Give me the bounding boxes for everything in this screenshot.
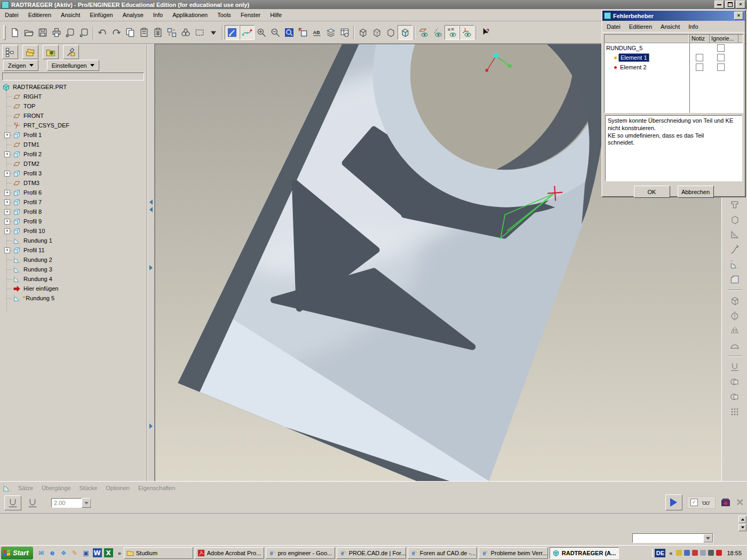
tree-item[interactable]: + TOP	[1, 101, 145, 111]
extrude-tool-icon[interactable]	[727, 213, 742, 226]
resume-button[interactable]	[665, 494, 682, 510]
tree-item[interactable]: + Profil 1	[1, 130, 145, 140]
tree-item[interactable]: + Profil 10	[1, 226, 145, 236]
filter-combo[interactable]	[632, 533, 713, 543]
redo-icon[interactable]	[109, 26, 123, 39]
minimize-button[interactable]	[714, 1, 724, 9]
model-copy-icon[interactable]	[63, 26, 77, 39]
favorites-tab[interactable]	[43, 45, 59, 59]
tree-item[interactable]: + PRT_CSYS_DEF	[1, 121, 145, 130]
tree-item[interactable]: + Rundung 1	[1, 236, 145, 245]
solidify-tool-icon[interactable]	[727, 375, 742, 388]
sketcher-display-icon[interactable]	[225, 25, 240, 40]
print-icon[interactable]	[50, 26, 63, 39]
ignore-checkbox[interactable]	[717, 63, 725, 71]
tree-item[interactable]: + Profil 6	[1, 188, 145, 197]
language-indicator[interactable]: DE	[655, 549, 665, 557]
messenger-icon[interactable]: ❖	[59, 548, 68, 557]
select-dropdown-caret[interactable]	[206, 26, 220, 39]
axis-tool-icon[interactable]	[727, 309, 742, 322]
hidden-line-icon[interactable]	[370, 26, 384, 39]
reorient-icon[interactable]	[296, 26, 310, 39]
shaded-icon[interactable]	[398, 25, 412, 40]
tree-item[interactable]: + Rundung 2	[1, 255, 145, 265]
style-tool-icon[interactable]	[727, 198, 742, 211]
datum-plane-display-icon[interactable]	[417, 26, 431, 39]
ati-tray-icon[interactable]	[716, 550, 722, 556]
collapse-arrow-icon[interactable]	[149, 207, 153, 212]
expand-arrow-icon[interactable]	[149, 423, 153, 429]
note-checkbox[interactable]	[696, 63, 703, 71]
column-header-ignorieren[interactable]: Ignorie...	[710, 35, 738, 43]
regenerate-icon[interactable]	[165, 26, 179, 39]
element-row[interactable]: Element 2	[605, 62, 689, 72]
toolbar-button[interactable]	[91, 26, 96, 39]
scroll-down-button[interactable]	[738, 524, 746, 531]
ok-button[interactable]: OK	[634, 186, 670, 198]
annotation-icon[interactable]	[310, 26, 324, 39]
no-hidden-icon[interactable]	[384, 26, 398, 39]
task-button[interactable]: Foren auf CAD.de -...	[408, 547, 477, 559]
pattern-tool-icon[interactable]	[727, 405, 742, 418]
copy-icon[interactable]	[123, 26, 137, 39]
excel-icon[interactable]: X	[104, 548, 113, 557]
tree-item[interactable]: + Profil 7	[1, 197, 145, 207]
collapse-arrow-icon[interactable]	[149, 199, 153, 205]
element-label[interactable]: Element 1	[618, 53, 649, 62]
menu-item[interactable]: Fenster	[236, 10, 265, 20]
dialog-menu-item[interactable]: Ansicht	[656, 22, 684, 31]
menu-item[interactable]: Applikationen	[168, 10, 212, 20]
toolbar-button[interactable]	[220, 26, 225, 39]
toolbar-button[interactable]	[474, 26, 479, 39]
expand-box[interactable]: +	[4, 228, 10, 234]
history-tab[interactable]	[63, 45, 79, 59]
task-button[interactable]: PROE.CAD.de | For...	[337, 547, 406, 559]
dashboard-menu-item[interactable]: Eigenschaften	[134, 484, 180, 492]
scroll-up-button[interactable]	[738, 516, 746, 523]
paste-special-icon[interactable]	[151, 26, 165, 39]
tree-item[interactable]: + Profil 2	[1, 149, 145, 159]
set-mode-button[interactable]	[4, 495, 21, 510]
tray-chevron[interactable]: «	[668, 550, 673, 556]
mail-icon[interactable]: ✉	[37, 548, 46, 557]
settings-dropdown-button[interactable]: Einstellungen	[47, 60, 99, 71]
dialog-close-button[interactable]: ×	[734, 12, 743, 20]
tree-item[interactable]: + DTM1	[1, 140, 145, 149]
tree-item[interactable]: + FRONT	[1, 111, 145, 121]
dialog-menu-item[interactable]: Editieren	[625, 22, 656, 31]
ignore-checkbox[interactable]	[717, 44, 725, 52]
expand-box[interactable]: +	[4, 171, 10, 177]
round-tool-icon[interactable]	[727, 258, 742, 271]
model-tree-tab[interactable]	[2, 45, 18, 59]
element-row[interactable]: Element 1	[605, 53, 689, 62]
datum-axis-display-icon[interactable]	[431, 26, 444, 39]
show-dropdown-button[interactable]: Zeigen	[3, 60, 38, 71]
menu-item[interactable]: Datei	[0, 10, 23, 20]
view-manager-icon[interactable]	[338, 26, 352, 39]
layers-icon[interactable]	[324, 26, 338, 39]
menu-item[interactable]: Editieren	[23, 10, 56, 20]
pause-feature-icon[interactable]	[720, 497, 732, 508]
fehlerbeheber-dialog[interactable]: Fehlerbeheber × DateiEditierenAnsichtInf…	[601, 10, 746, 197]
ie-icon[interactable]: e	[48, 548, 57, 557]
chamfer-tool-icon[interactable]	[727, 273, 742, 286]
network-offline-tray-icon[interactable]	[692, 550, 698, 556]
word-icon[interactable]: W	[93, 548, 102, 557]
point-display-icon[interactable]	[444, 25, 459, 40]
context-help-icon[interactable]	[479, 26, 492, 39]
dialog-menu-item[interactable]: Info	[684, 22, 702, 31]
dashboard-menu-item[interactable]: Sätze	[14, 484, 37, 492]
spin-center-icon[interactable]	[240, 25, 255, 40]
zoom-in-icon[interactable]	[255, 26, 268, 39]
menu-item[interactable]: Ansicht	[56, 10, 85, 20]
undo-icon[interactable]	[96, 26, 109, 39]
transition-mode-button[interactable]	[25, 496, 41, 510]
tree-item[interactable]: + Hier einfügen	[1, 284, 145, 293]
zoom-out-icon[interactable]	[268, 26, 282, 39]
tree-item[interactable]: + Rundung 4	[1, 274, 145, 284]
expand-box[interactable]: +	[4, 209, 10, 215]
tree-item[interactable]: + Profil 8	[1, 207, 145, 217]
pen-icon[interactable]: ✎	[70, 548, 80, 557]
expand-box[interactable]: +	[4, 219, 10, 225]
tree-item[interactable]: + Rundung 3	[1, 265, 145, 274]
